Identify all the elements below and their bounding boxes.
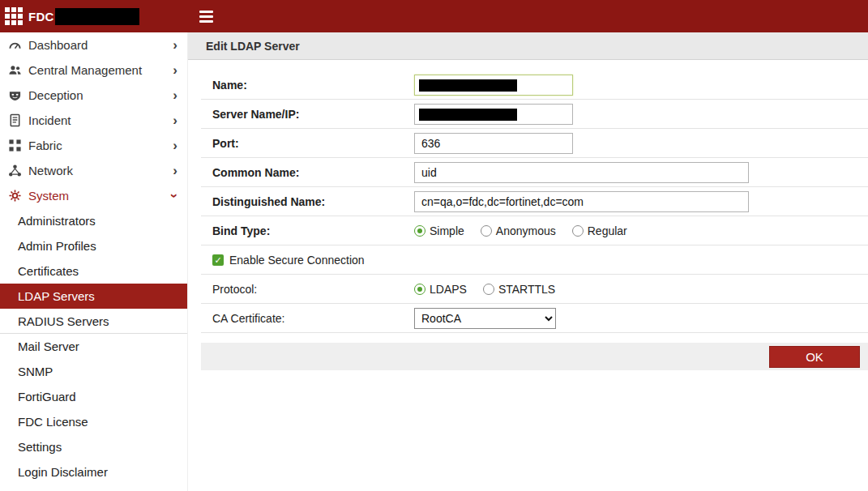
radio-selected-icon	[414, 225, 425, 237]
protocol-ldaps-radio[interactable]: LDAPS	[414, 283, 467, 296]
distinguished-name-label: Distinguished Name:	[212, 195, 414, 208]
form-row-ca-certificate: CA Certificate: RootCA	[201, 304, 868, 333]
radio-label: Regular	[588, 224, 627, 237]
port-label: Port:	[212, 137, 414, 150]
bind-type-simple-radio[interactable]: Simple	[414, 224, 464, 237]
sidebar-item-fabric[interactable]: Fabric ›	[0, 133, 187, 158]
form-row-secure-connection: ✓ Enable Secure Connection	[201, 246, 868, 275]
port-input[interactable]	[414, 133, 573, 154]
sidebar-subitem-radius-servers[interactable]: RADIUS Servers	[0, 309, 187, 334]
subitem-label: FDC License	[18, 415, 88, 429]
gear-icon	[6, 189, 23, 203]
sidebar-item-network[interactable]: Network ›	[0, 158, 187, 183]
chevron-right-icon: ›	[173, 63, 177, 77]
redacted-name-value	[419, 79, 517, 92]
subitem-label: Mail Server	[18, 339, 79, 353]
sidebar-item-label: Deception	[28, 88, 173, 102]
sidebar-item-label: System	[28, 189, 173, 203]
server-label: Server Name/IP:	[212, 108, 414, 121]
distinguished-name-input[interactable]	[414, 191, 749, 212]
bind-type-radio-group: Simple Anonymous Regular	[414, 224, 644, 237]
sidebar-item-deception[interactable]: Deception ›	[0, 83, 187, 108]
app-body: Dashboard › Central Management › Decepti…	[0, 32, 868, 491]
topbar: FDC	[0, 0, 868, 32]
bind-type-label: Bind Type:	[212, 224, 414, 237]
sidebar-item-dashboard[interactable]: Dashboard ›	[0, 32, 187, 58]
fortinet-logo-icon	[5, 7, 23, 25]
form-footer: OK	[201, 343, 868, 370]
protocol-label: Protocol:	[212, 283, 414, 296]
incident-list-icon	[6, 113, 23, 127]
sidebar-subitem-admin-profiles[interactable]: Admin Profiles	[0, 233, 187, 258]
subitem-label: Settings	[18, 440, 62, 454]
sidebar-subitem-fdc-license[interactable]: FDC License	[0, 409, 187, 434]
bind-type-regular-radio[interactable]: Regular	[572, 224, 627, 237]
form-row-port: Port:	[201, 129, 868, 158]
protocol-radio-group: LDAPS STARTTLS	[414, 283, 571, 296]
sidebar-subitem-mail-server[interactable]: Mail Server	[0, 334, 187, 359]
subitem-label: FortiGuard	[18, 390, 76, 403]
sidebar-subitem-ldap-servers[interactable]: LDAP Servers	[0, 284, 187, 309]
main-content: Edit LDAP Server Name: Server Name/IP: P…	[188, 32, 868, 491]
page-title: Edit LDAP Server	[206, 40, 300, 53]
sidebar-item-system[interactable]: System ›	[0, 183, 187, 208]
sidebar: Dashboard › Central Management › Decepti…	[0, 32, 188, 491]
chevron-right-icon: ›	[173, 113, 177, 127]
form-row-distinguished-name: Distinguished Name:	[201, 187, 868, 216]
sidebar-item-label: Central Management	[28, 63, 173, 77]
redacted-server-value	[419, 109, 517, 121]
protocol-starttls-radio[interactable]: STARTTLS	[483, 283, 555, 296]
dashboard-gauge-icon	[6, 38, 23, 52]
secure-connection-checkbox[interactable]: ✓	[212, 254, 224, 266]
ca-certificate-label: CA Certificate:	[212, 312, 414, 325]
form-row-common-name: Common Name:	[201, 158, 868, 187]
ldap-form: Name: Server Name/IP: Port: Common Name:	[201, 70, 868, 333]
sidebar-subitem-certificates[interactable]: Certificates	[0, 258, 187, 284]
users-icon	[6, 63, 23, 77]
form-row-protocol: Protocol: LDAPS STARTTLS	[201, 275, 868, 304]
chevron-right-icon: ›	[173, 88, 177, 102]
sidebar-subitem-snmp[interactable]: SNMP	[0, 359, 187, 384]
sidebar-item-incident[interactable]: Incident ›	[0, 108, 187, 133]
network-nodes-icon	[6, 164, 23, 177]
bind-type-anonymous-radio[interactable]: Anonymous	[481, 224, 556, 237]
radio-selected-icon	[414, 284, 425, 295]
sidebar-subitem-login-disclaimer[interactable]: Login Disclaimer	[0, 459, 187, 485]
form-row-bind-type: Bind Type: Simple Anonymous Regular	[201, 216, 868, 246]
common-name-input[interactable]	[414, 162, 749, 183]
sidebar-item-label: Network	[28, 164, 173, 177]
radio-unselected-icon	[572, 225, 584, 237]
common-name-label: Common Name:	[212, 166, 414, 179]
subitem-label: Admin Profiles	[18, 239, 96, 253]
subitem-label: Administrators	[18, 214, 96, 228]
form-row-name: Name:	[201, 70, 868, 100]
form-row-server: Server Name/IP:	[201, 100, 868, 129]
chevron-right-icon: ›	[173, 164, 177, 177]
sidebar-subitem-administrators[interactable]: Administrators	[0, 208, 187, 233]
fabric-grid-icon	[6, 139, 23, 152]
hamburger-menu-icon[interactable]	[199, 11, 213, 25]
subitem-label: RADIUS Servers	[18, 314, 109, 328]
ca-certificate-select[interactable]: RootCA	[414, 308, 556, 329]
radio-label: STARTTLS	[498, 283, 555, 296]
radio-label: LDAPS	[430, 283, 467, 296]
radio-label: Simple	[430, 224, 464, 237]
subitem-label: Certificates	[18, 264, 79, 278]
radio-label: Anonymous	[496, 224, 556, 237]
sidebar-item-label: Incident	[28, 113, 173, 127]
page-header: Edit LDAP Server	[188, 32, 868, 60]
chevron-right-icon: ›	[173, 139, 177, 152]
sidebar-subitem-settings[interactable]: Settings	[0, 434, 187, 459]
ok-button[interactable]: OK	[769, 346, 860, 368]
sidebar-item-central-management[interactable]: Central Management ›	[0, 58, 187, 83]
sidebar-subitem-fortiguard[interactable]: FortiGuard	[0, 384, 187, 409]
name-label: Name:	[212, 79, 414, 92]
mask-icon	[6, 88, 23, 102]
chevron-down-icon: ›	[169, 194, 182, 199]
subitem-label: SNMP	[18, 365, 53, 378]
subitem-label: Login Disclaimer	[18, 465, 108, 479]
redacted-hostname	[55, 8, 139, 25]
chevron-right-icon: ›	[173, 38, 177, 52]
radio-unselected-icon	[483, 284, 494, 295]
radio-unselected-icon	[481, 225, 492, 237]
